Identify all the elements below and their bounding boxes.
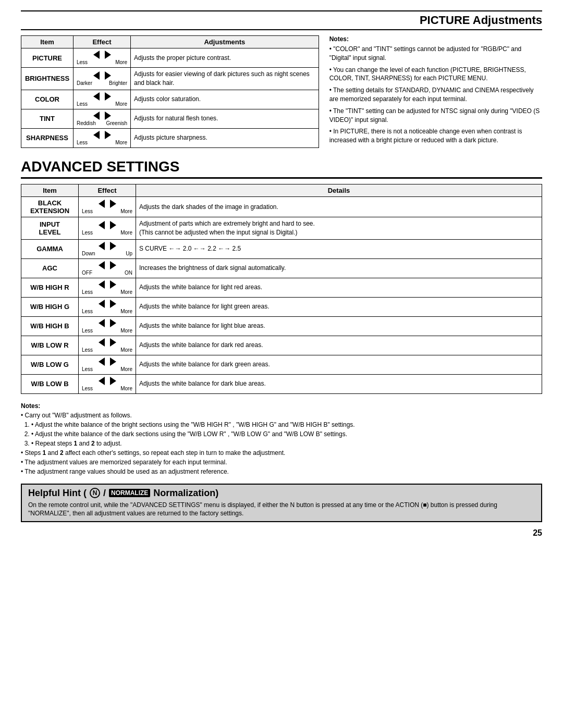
advanced-table-row: W/B HIGH G Less More Adjusts the white b… (21, 297, 542, 316)
picture-table-row: BRIGHTNESS Darker Brighter Adjusts for e… (21, 68, 319, 90)
picture-adjustment-cell: Adjusts for natural flesh tones. (131, 109, 319, 128)
advanced-details-cell: Adjusts the white balance for light blue… (136, 316, 542, 336)
left-label: Down (82, 251, 95, 256)
left-label: Less (82, 208, 93, 214)
picture-item-cell: PICTURE (21, 48, 74, 68)
picture-item-cell: BRIGHTNESS (21, 68, 74, 90)
arrow-left-icon (99, 261, 105, 269)
picture-item-cell: SHARPNESS (21, 128, 74, 147)
right-label: More (120, 309, 132, 314)
n-circle-icon: N (90, 488, 100, 498)
left-label: Less (77, 101, 88, 107)
advanced-table-row: AGC OFF ON Increases the brightness of d… (21, 258, 542, 278)
arrow-right-icon (105, 71, 111, 80)
right-label: More (120, 386, 132, 391)
arrow-right-icon (110, 242, 116, 250)
right-label: More (115, 59, 127, 65)
adv-th-item: Item (21, 184, 79, 196)
adv-th-effect: Effect (79, 184, 136, 196)
adv-step-item: Adjust the white balance of the dark sec… (31, 429, 542, 439)
helpful-hint-slash: / (103, 488, 106, 499)
advanced-details-cell: Adjusts the white balance for dark red a… (136, 336, 542, 355)
picture-note-item: The "TINT" setting can be adjusted for N… (329, 107, 542, 125)
right-label: More (115, 101, 127, 107)
adv-step-item: Adjust the white balance of the bright s… (31, 420, 542, 429)
picture-th-item: Item (21, 36, 74, 48)
advanced-details-cell: Adjusts the white balance for dark blue … (136, 374, 542, 393)
advanced-details-cell: Adjusts the white balance for light red … (136, 278, 542, 297)
arrow-left-icon (93, 51, 100, 59)
helpful-hint-label: Helpful Hint ( (28, 488, 87, 499)
advanced-effect-cell: Less More (79, 217, 136, 239)
advanced-settings-title: ADVANCED SETTINGS (21, 158, 542, 179)
right-label: More (120, 230, 132, 236)
arrow-left-icon (93, 92, 100, 101)
advanced-table-row: GAMMA Down Up S CURVE ←→ 2.0 ←→ 2.2 ←→ 2… (21, 239, 542, 258)
advanced-item-cell: W/B HIGH G (21, 297, 79, 316)
picture-effect-cell: Less More (74, 128, 131, 147)
arrow-right-icon (110, 319, 116, 327)
left-label: Less (77, 140, 88, 145)
arrow-right-icon (110, 280, 116, 289)
picture-notes-list: "COLOR" and "TINT" settings cannot be ad… (329, 45, 542, 145)
advanced-effect-cell: Less More (79, 374, 136, 393)
arrow-right-icon (110, 200, 116, 208)
picture-effect-cell: Less More (74, 48, 131, 68)
advanced-effect-cell: Less More (79, 355, 136, 374)
advanced-item-cell: W/B HIGH R (21, 278, 79, 297)
picture-table-row: COLOR Less More Adjusts color saturation… (21, 90, 319, 109)
picture-notes: Notes: "COLOR" and "TINT" settings canno… (329, 35, 542, 148)
adv-bullet-item: The adjustment values are memorized sepa… (21, 458, 542, 467)
arrow-right-icon (110, 300, 116, 308)
arrow-right-icon (110, 357, 116, 366)
advanced-effect-cell: Down Up (79, 239, 136, 258)
arrow-left-icon (99, 280, 105, 289)
adv-notes-bullets: Carry out "W/B" adjustment as follows.Ad… (21, 411, 542, 476)
advanced-effect-cell: OFF ON (79, 258, 136, 278)
helpful-hint-body: On the remote control unit, while the "A… (28, 501, 535, 519)
picture-table-wrap: Item Effect Adjustments PICTURE Less Mor… (21, 35, 319, 148)
arrow-right-icon (110, 261, 116, 269)
arrow-left-icon (99, 319, 105, 327)
normalize-badge: NORMALIZE (109, 489, 150, 497)
picture-adjustment-cell: Adjusts the proper picture contrast. (131, 48, 319, 68)
left-label: Less (82, 309, 93, 314)
picture-table-row: SHARPNESS Less More Adjusts picture shar… (21, 128, 319, 147)
advanced-item-cell: W/B LOW B (21, 374, 79, 393)
picture-note-item: The setting details for STANDARD, DYNAMI… (329, 86, 542, 104)
picture-adjustment-cell: Adjusts picture sharpness. (131, 128, 319, 147)
picture-th-effect: Effect (74, 36, 131, 48)
picture-effect-cell: Less More (74, 90, 131, 109)
arrow-right-icon (105, 92, 111, 101)
helpful-hint-box: Helpful Hint ( N / NORMALIZE Normalizati… (21, 484, 542, 523)
left-label: Less (82, 289, 93, 295)
left-label: Less (82, 347, 93, 353)
arrow-left-icon (93, 71, 100, 80)
arrow-left-icon (99, 221, 105, 229)
arrow-left-icon (99, 357, 105, 366)
advanced-table: Item Effect Details BLACKEXTENSION Less … (21, 184, 542, 394)
arrow-left-icon (99, 242, 105, 250)
advanced-item-cell: W/B LOW R (21, 336, 79, 355)
advanced-item-cell: AGC (21, 258, 79, 278)
advanced-table-row: W/B HIGH B Less More Adjusts the white b… (21, 316, 542, 336)
right-label: More (120, 366, 132, 372)
right-label: More (120, 208, 132, 214)
adv-bullet-item: Steps 1 and 2 affect each other's settin… (21, 448, 542, 458)
arrow-right-icon (110, 221, 116, 229)
right-label: More (120, 347, 132, 353)
right-label: More (115, 140, 127, 145)
right-label: More (120, 328, 132, 334)
advanced-table-row: W/B LOW G Less More Adjusts the white ba… (21, 355, 542, 374)
arrow-left-icon (93, 112, 100, 120)
advanced-details-cell: Increases the brightness of dark signal … (136, 258, 542, 278)
advanced-item-cell: INPUTLEVEL (21, 217, 79, 239)
advanced-item-cell: BLACKEXTENSION (21, 196, 79, 217)
left-label: Less (82, 328, 93, 334)
advanced-table-row: W/B LOW B Less More Adjusts the white ba… (21, 374, 542, 393)
picture-note-item: You can change the level of each functio… (329, 66, 542, 83)
helpful-hint-title: Helpful Hint ( N / NORMALIZE Normalizati… (28, 488, 535, 499)
helpful-hint-normalization: Normalization) (153, 488, 218, 499)
picture-adjustment-cell: Adjusts color saturation. (131, 90, 319, 109)
picture-table-row: PICTURE Less More Adjusts the proper pic… (21, 48, 319, 68)
